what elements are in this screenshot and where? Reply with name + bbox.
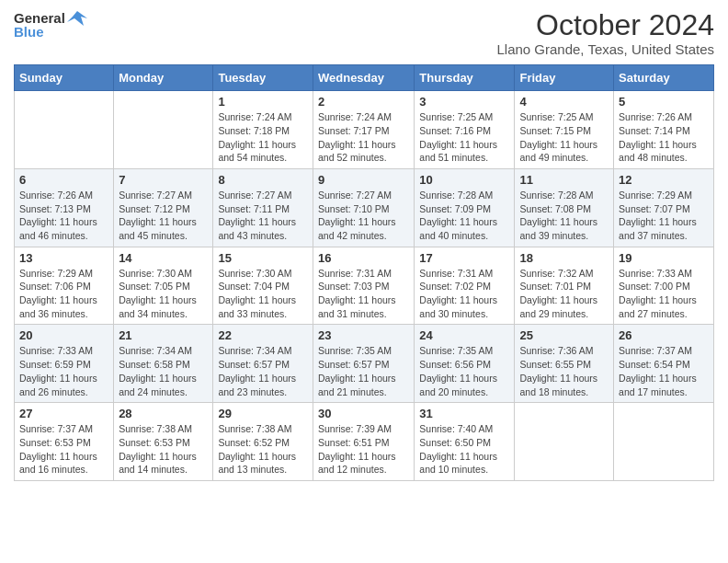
logo-bird-icon — [67, 9, 87, 26]
cell-content: Sunrise: 7:32 AMSunset: 7:01 PMDaylight:… — [519, 267, 609, 321]
header-monday: Monday — [114, 65, 213, 91]
cell-content: Sunrise: 7:27 AMSunset: 7:11 PMDaylight:… — [218, 189, 308, 243]
table-row: 17Sunrise: 7:31 AMSunset: 7:02 PMDayligh… — [415, 247, 515, 325]
table-row: 16Sunrise: 7:31 AMSunset: 7:03 PMDayligh… — [313, 247, 414, 325]
table-row: 11Sunrise: 7:28 AMSunset: 7:08 PMDayligh… — [515, 168, 614, 247]
cell-content: Sunrise: 7:29 AMSunset: 7:06 PMDaylight:… — [19, 267, 108, 321]
table-row — [515, 403, 614, 481]
day-number: 6 — [19, 173, 108, 187]
cell-content: Sunrise: 7:38 AMSunset: 6:52 PMDaylight:… — [218, 422, 308, 477]
day-number: 25 — [519, 328, 609, 342]
day-number: 14 — [119, 251, 208, 265]
cell-content: Sunrise: 7:27 AMSunset: 7:10 PMDaylight:… — [318, 189, 409, 243]
cell-content: Sunrise: 7:36 AMSunset: 6:55 PMDaylight:… — [519, 344, 609, 398]
table-row: 20Sunrise: 7:33 AMSunset: 6:59 PMDayligh… — [15, 325, 114, 403]
day-number: 21 — [119, 328, 208, 342]
calendar-table: Sunday Monday Tuesday Wednesday Thursday… — [14, 64, 714, 481]
table-row: 30Sunrise: 7:39 AMSunset: 6:51 PMDayligh… — [313, 403, 414, 481]
table-row: 27Sunrise: 7:37 AMSunset: 6:53 PMDayligh… — [15, 403, 114, 481]
table-row: 29Sunrise: 7:38 AMSunset: 6:52 PMDayligh… — [213, 403, 313, 481]
cell-content: Sunrise: 7:39 AMSunset: 6:51 PMDaylight:… — [318, 422, 409, 477]
day-number: 19 — [619, 251, 709, 265]
table-row: 15Sunrise: 7:30 AMSunset: 7:04 PMDayligh… — [213, 247, 313, 325]
cell-content: Sunrise: 7:38 AMSunset: 6:53 PMDaylight:… — [119, 422, 208, 477]
cell-content: Sunrise: 7:40 AMSunset: 6:50 PMDaylight:… — [419, 422, 509, 477]
cell-content: Sunrise: 7:31 AMSunset: 7:02 PMDaylight:… — [419, 267, 509, 321]
day-number: 8 — [218, 173, 308, 187]
cell-content: Sunrise: 7:34 AMSunset: 6:58 PMDaylight:… — [119, 344, 208, 398]
day-number: 7 — [119, 173, 208, 187]
day-number: 4 — [519, 95, 609, 109]
table-row: 24Sunrise: 7:35 AMSunset: 6:56 PMDayligh… — [415, 325, 515, 403]
cell-content: Sunrise: 7:26 AMSunset: 7:13 PMDaylight:… — [19, 189, 108, 243]
table-row: 14Sunrise: 7:30 AMSunset: 7:05 PMDayligh… — [114, 247, 213, 325]
table-row: 7Sunrise: 7:27 AMSunset: 7:12 PMDaylight… — [114, 168, 213, 247]
cell-content: Sunrise: 7:25 AMSunset: 7:16 PMDaylight:… — [419, 110, 509, 165]
day-number: 29 — [218, 407, 308, 420]
calendar-title: October 2024 — [496, 9, 714, 41]
table-row: 1Sunrise: 7:24 AMSunset: 7:18 PMDaylight… — [213, 91, 313, 169]
table-row: 3Sunrise: 7:25 AMSunset: 7:16 PMDaylight… — [415, 91, 515, 169]
cell-content: Sunrise: 7:30 AMSunset: 7:05 PMDaylight:… — [119, 267, 208, 321]
table-row: 8Sunrise: 7:27 AMSunset: 7:11 PMDaylight… — [213, 168, 313, 247]
cell-content: Sunrise: 7:25 AMSunset: 7:15 PMDaylight:… — [519, 110, 609, 165]
calendar-week-row: 27Sunrise: 7:37 AMSunset: 6:53 PMDayligh… — [15, 403, 714, 481]
day-number: 30 — [318, 407, 409, 420]
cell-content: Sunrise: 7:30 AMSunset: 7:04 PMDaylight:… — [218, 267, 308, 321]
table-row: 23Sunrise: 7:35 AMSunset: 6:57 PMDayligh… — [313, 325, 414, 403]
cell-content: Sunrise: 7:37 AMSunset: 6:54 PMDaylight:… — [619, 344, 709, 398]
day-number: 31 — [419, 407, 509, 420]
table-row: 22Sunrise: 7:34 AMSunset: 6:57 PMDayligh… — [213, 325, 313, 403]
day-number: 26 — [619, 328, 709, 342]
calendar-week-row: 20Sunrise: 7:33 AMSunset: 6:59 PMDayligh… — [15, 325, 714, 403]
table-row: 13Sunrise: 7:29 AMSunset: 7:06 PMDayligh… — [15, 247, 114, 325]
calendar-week-row: 13Sunrise: 7:29 AMSunset: 7:06 PMDayligh… — [15, 247, 714, 325]
page: General Blue October 2024 Llano Grande, … — [0, 0, 728, 495]
day-number: 20 — [19, 328, 108, 342]
logo-blue-text: Blue — [14, 24, 44, 40]
table-row — [15, 91, 114, 169]
header: General Blue October 2024 Llano Grande, … — [14, 9, 714, 57]
table-row — [614, 403, 714, 481]
day-number: 23 — [318, 328, 409, 342]
table-row — [114, 91, 213, 169]
table-row: 26Sunrise: 7:37 AMSunset: 6:54 PMDayligh… — [614, 325, 714, 403]
day-number: 1 — [218, 95, 308, 109]
logo: General Blue — [14, 9, 87, 40]
day-number: 3 — [419, 95, 509, 109]
cell-content: Sunrise: 7:24 AMSunset: 7:17 PMDaylight:… — [318, 110, 409, 165]
cell-content: Sunrise: 7:26 AMSunset: 7:14 PMDaylight:… — [619, 110, 709, 165]
cell-content: Sunrise: 7:24 AMSunset: 7:18 PMDaylight:… — [218, 110, 308, 165]
day-number: 15 — [218, 251, 308, 265]
header-sunday: Sunday — [15, 65, 114, 91]
header-saturday: Saturday — [614, 65, 714, 91]
day-number: 28 — [119, 407, 208, 420]
cell-content: Sunrise: 7:34 AMSunset: 6:57 PMDaylight:… — [218, 344, 308, 398]
table-row: 6Sunrise: 7:26 AMSunset: 7:13 PMDaylight… — [15, 168, 114, 247]
day-number: 16 — [318, 251, 409, 265]
header-thursday: Thursday — [415, 65, 515, 91]
cell-content: Sunrise: 7:28 AMSunset: 7:08 PMDaylight:… — [519, 189, 609, 243]
title-block: October 2024 Llano Grande, Texas, United… — [496, 9, 714, 57]
table-row: 28Sunrise: 7:38 AMSunset: 6:53 PMDayligh… — [114, 403, 213, 481]
cell-content: Sunrise: 7:35 AMSunset: 6:57 PMDaylight:… — [318, 344, 409, 398]
day-number: 13 — [19, 251, 108, 265]
header-tuesday: Tuesday — [213, 65, 313, 91]
cell-content: Sunrise: 7:33 AMSunset: 7:00 PMDaylight:… — [619, 267, 709, 321]
table-row: 31Sunrise: 7:40 AMSunset: 6:50 PMDayligh… — [415, 403, 515, 481]
table-row: 2Sunrise: 7:24 AMSunset: 7:17 PMDaylight… — [313, 91, 414, 169]
table-row: 21Sunrise: 7:34 AMSunset: 6:58 PMDayligh… — [114, 325, 213, 403]
table-row: 5Sunrise: 7:26 AMSunset: 7:14 PMDaylight… — [614, 91, 714, 169]
cell-content: Sunrise: 7:27 AMSunset: 7:12 PMDaylight:… — [119, 189, 208, 243]
cell-content: Sunrise: 7:35 AMSunset: 6:56 PMDaylight:… — [419, 344, 509, 398]
day-number: 11 — [519, 173, 609, 187]
day-number: 2 — [318, 95, 409, 109]
table-row: 19Sunrise: 7:33 AMSunset: 7:00 PMDayligh… — [614, 247, 714, 325]
cell-content: Sunrise: 7:29 AMSunset: 7:07 PMDaylight:… — [619, 189, 709, 243]
day-number: 17 — [419, 251, 509, 265]
table-row: 10Sunrise: 7:28 AMSunset: 7:09 PMDayligh… — [415, 168, 515, 247]
table-row: 9Sunrise: 7:27 AMSunset: 7:10 PMDaylight… — [313, 168, 414, 247]
svg-marker-0 — [67, 11, 87, 26]
cell-content: Sunrise: 7:37 AMSunset: 6:53 PMDaylight:… — [19, 422, 108, 477]
cell-content: Sunrise: 7:28 AMSunset: 7:09 PMDaylight:… — [419, 189, 509, 243]
